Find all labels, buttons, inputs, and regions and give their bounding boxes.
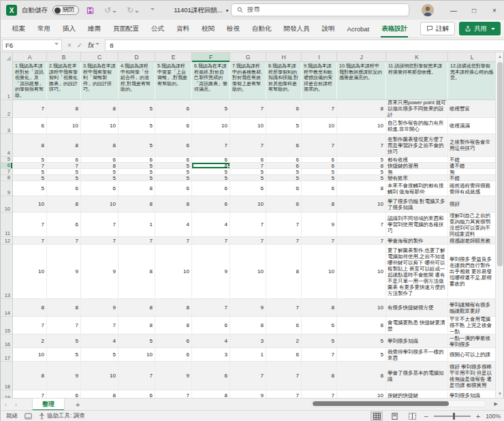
- column-header-B[interactable]: B: [47, 52, 81, 62]
- cell-G7[interactable]: 5: [230, 169, 266, 175]
- row-header-3[interactable]: 3: [1, 118, 13, 134]
- cell-J14[interactable]: 10: [337, 299, 386, 317]
- ribbon-tab-1[interactable]: 檔案: [6, 20, 31, 37]
- cell-I17[interactable]: 7: [302, 348, 337, 362]
- cell-B18[interactable]: 9: [47, 362, 81, 390]
- cell-K4[interactable]: 在製作圖表發現更方便了 而且學習許多之前不會的技巧: [386, 134, 448, 157]
- ribbon-tab-12[interactable]: 說明: [316, 20, 341, 37]
- cell-C10[interactable]: 10: [81, 196, 119, 213]
- cell-C3[interactable]: 10: [81, 118, 119, 134]
- ribbon-tab-10[interactable]: 自動化: [246, 20, 278, 37]
- cell-K2[interactable]: 原來只用power point 就可以做出很多不同效果的設計: [386, 100, 448, 118]
- column-header-F[interactable]: F: [192, 52, 230, 62]
- cell-H12[interactable]: 7: [266, 237, 302, 245]
- ribbon-tab-8[interactable]: 校閱: [195, 20, 221, 37]
- ribbon-tab-13[interactable]: Acrobat: [341, 20, 376, 37]
- comments-button[interactable]: 註解: [420, 22, 455, 35]
- cell-F18[interactable]: 6: [192, 362, 230, 390]
- share-button[interactable]: 共用: [459, 22, 501, 35]
- row-header-1[interactable]: 1: [1, 62, 13, 100]
- zoom-in-button[interactable]: +: [476, 412, 480, 420]
- row-header-14[interactable]: 14: [1, 299, 13, 317]
- cell-L5[interactable]: 不錯: [448, 157, 497, 163]
- cell-E7[interactable]: 5: [155, 169, 192, 175]
- row-header-13[interactable]: 13: [1, 245, 13, 299]
- cell-F3[interactable]: 10: [192, 118, 230, 134]
- cell-H19[interactable]: 7: [266, 390, 302, 398]
- select-all-button[interactable]: [1, 52, 13, 62]
- cell-L2[interactable]: 收穫豐富: [448, 100, 497, 118]
- cell-F17[interactable]: 3: [192, 348, 230, 362]
- cell-L9[interactable]: 雖然過程覺得很難 覺得有成就感: [448, 181, 497, 196]
- cell-G6[interactable]: 7: [230, 163, 266, 169]
- cell-E10[interactable]: 8: [155, 196, 192, 213]
- cell-E1[interactable]: 5.我認為課程中需要「上台簡報」,對我是有幫助的。: [155, 62, 192, 100]
- cell-A15[interactable]: 7: [13, 317, 47, 334]
- cell-E12[interactable]: 7: [155, 237, 192, 245]
- cell-E17[interactable]: 6: [155, 348, 192, 362]
- cell-D15[interactable]: 8: [119, 317, 155, 334]
- cell-I3[interactable]: 10: [302, 118, 337, 134]
- cell-D11[interactable]: 1: [119, 213, 155, 237]
- row-header-6[interactable]: 6: [1, 163, 13, 169]
- cell-J19[interactable]: 10: [337, 390, 386, 398]
- cell-B5[interactable]: 6: [47, 157, 81, 163]
- cell-K9[interactable]: 本來不會接觸到的都有接觸到 做海報那些: [386, 181, 448, 196]
- cell-G5[interactable]: 6: [230, 157, 266, 163]
- cell-F9[interactable]: 6: [192, 181, 230, 196]
- cell-A9[interactable]: 5: [13, 181, 47, 196]
- vertical-scrollbar[interactable]: ▲ ▼: [495, 52, 503, 398]
- add-sheet-button[interactable]: +: [65, 401, 91, 409]
- cell-C6[interactable]: 8: [81, 163, 119, 169]
- cell-A5[interactable]: 5: [13, 157, 47, 163]
- column-header-L[interactable]: L: [448, 52, 497, 62]
- cell-J12[interactable]: 7: [337, 237, 386, 245]
- row-header-2[interactable]: 2: [1, 100, 13, 118]
- cell-F5[interactable]: 6: [192, 157, 230, 163]
- cell-A7[interactable]: 5: [13, 169, 47, 175]
- cell-D12[interactable]: 7: [119, 237, 155, 245]
- cell-B7[interactable]: 5: [47, 169, 81, 175]
- page-break-view-button[interactable]: [406, 411, 418, 421]
- cell-E19[interactable]: 7: [155, 390, 192, 398]
- cell-L17[interactable]: 很開心可以上的課: [448, 348, 497, 362]
- cell-J5[interactable]: 5: [337, 157, 386, 163]
- cell-H1[interactable]: 8.我認為本課程所學習到的知識和技能,對於其他學科是有幫助的。: [266, 62, 302, 100]
- cell-J16[interactable]: 5: [337, 334, 386, 348]
- cell-A4[interactable]: 8: [13, 134, 47, 157]
- cell-I2[interactable]: 7: [302, 100, 337, 118]
- cell-D19[interactable]: 6: [119, 390, 155, 398]
- ribbon-tab-4[interactable]: 繪圖: [82, 20, 107, 37]
- cell-A11[interactable]: 7: [13, 213, 47, 237]
- cell-G15[interactable]: 8: [230, 317, 266, 334]
- cell-L4[interactable]: 之後製作報告會常用這些技巧: [448, 134, 497, 157]
- cell-H5[interactable]: 6: [266, 157, 302, 163]
- cell-F16[interactable]: 4: [192, 334, 230, 348]
- cell-C16[interactable]: 4: [81, 334, 119, 348]
- cell-K11[interactable]: 認識到不同領域的東西和學習到使用電腦的各種技巧: [386, 213, 448, 237]
- row-header-11[interactable]: 11: [1, 213, 13, 237]
- scroll-up-icon[interactable]: ▲: [496, 52, 504, 61]
- cell-J17[interactable]: 5: [337, 348, 386, 362]
- name-box[interactable]: F6: [2, 40, 62, 51]
- undo-button[interactable]: ↺: [104, 5, 116, 15]
- cell-E14[interactable]: 8: [155, 299, 192, 317]
- cell-J6[interactable]: 8: [337, 163, 386, 169]
- cell-L7[interactable]: 無: [448, 169, 497, 175]
- cell-H11[interactable]: 7: [266, 213, 302, 237]
- scroll-right-icon[interactable]: ▶: [494, 400, 498, 407]
- cell-G9[interactable]: 6: [230, 181, 266, 196]
- cell-I11[interactable]: 9: [302, 213, 337, 237]
- cell-L18[interactable]: 很好 學到很多很棒 平常用不到 但是以後無論是做報告 還是功課 都很實用: [448, 362, 497, 390]
- zoom-slider-thumb[interactable]: [453, 413, 455, 420]
- macro-record-icon[interactable]: [25, 413, 32, 420]
- cell-G13[interactable]: 10: [230, 245, 266, 299]
- cell-B17[interactable]: 5: [47, 348, 81, 362]
- cell-C12[interactable]: 7: [81, 237, 119, 245]
- cell-D3[interactable]: 5: [119, 118, 155, 134]
- cell-K1[interactable]: 11.請說明您對學習完本課程後覺得有那些收穫。: [386, 62, 448, 100]
- cell-L10[interactable]: 很好: [448, 196, 497, 213]
- horizontal-scrollbar[interactable]: [311, 400, 486, 407]
- cell-K16[interactable]: 學到很多知識: [386, 334, 448, 348]
- cell-I8[interactable]: 5: [302, 175, 337, 181]
